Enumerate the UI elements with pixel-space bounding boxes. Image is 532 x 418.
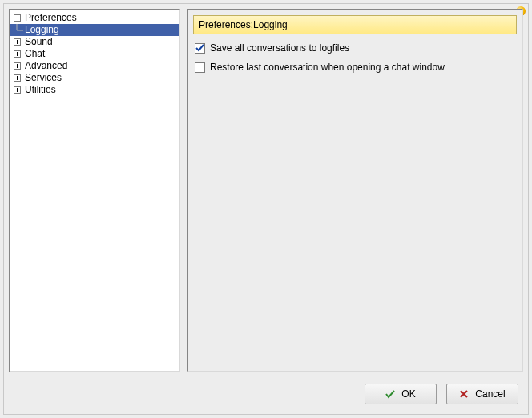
pane-title: Preferences:Logging [193, 15, 517, 34]
tree-item-label: Sound [23, 36, 53, 48]
settings-pane: Preferences:Logging Save all conversatio… [187, 9, 523, 372]
tree-item-preferences[interactable]: Preferences [10, 12, 179, 24]
tree-gutter [10, 62, 23, 70]
checkbox-unchecked-icon[interactable] [195, 62, 205, 73]
tree-gutter [10, 74, 23, 82]
tree-item-label: Chat [23, 48, 45, 60]
checkbox-checked-icon[interactable] [195, 43, 205, 54]
expand-icon[interactable] [14, 86, 21, 94]
ok-button[interactable]: OK [365, 384, 437, 404]
collapse-icon[interactable] [14, 14, 21, 22]
tree-item-label: Services [23, 72, 62, 84]
cancel-button[interactable]: Cancel [446, 384, 518, 404]
tree-gutter [10, 14, 23, 22]
tree-item-label: Utilities [23, 84, 56, 96]
tree-item-utilities[interactable]: Utilities [10, 84, 179, 96]
button-label: OK [401, 388, 415, 400]
dialog-button-bar: OK Cancel [365, 384, 518, 404]
option-save-conversations[interactable]: Save all conversations to logfiles [195, 42, 515, 54]
tree-gutter [10, 86, 23, 94]
cross-icon [459, 389, 469, 399]
preferences-tree: Preferences Logging Sound [9, 9, 180, 372]
tree-item-label: Advanced [23, 60, 67, 72]
button-label: Cancel [475, 388, 505, 400]
tree-item-label: Preferences [23, 12, 77, 24]
expand-icon[interactable] [14, 50, 21, 58]
option-restore-last-conversation[interactable]: Restore last conversation when opening a… [195, 62, 515, 73]
option-label: Restore last conversation when opening a… [210, 62, 445, 73]
tree-item-chat[interactable]: Chat [10, 48, 179, 60]
option-label: Save all conversations to logfiles [210, 42, 349, 54]
tree-item-logging[interactable]: Logging [10, 24, 179, 36]
tree-branch-icon [10, 24, 23, 36]
expand-icon[interactable] [14, 62, 21, 70]
tree-item-advanced[interactable]: Advanced [10, 60, 179, 72]
tree-item-services[interactable]: Services [10, 72, 179, 84]
tree-item-label: Logging [23, 24, 59, 36]
tree-gutter [10, 50, 23, 58]
dialog-content: Preferences Logging Sound [9, 9, 523, 372]
tree-item-sound[interactable]: Sound [10, 36, 179, 48]
check-icon [385, 389, 395, 399]
tree-gutter [10, 38, 23, 46]
expand-icon[interactable] [14, 74, 21, 82]
dialog-frame: Preferences Logging Sound [3, 3, 529, 415]
expand-icon[interactable] [14, 38, 21, 46]
